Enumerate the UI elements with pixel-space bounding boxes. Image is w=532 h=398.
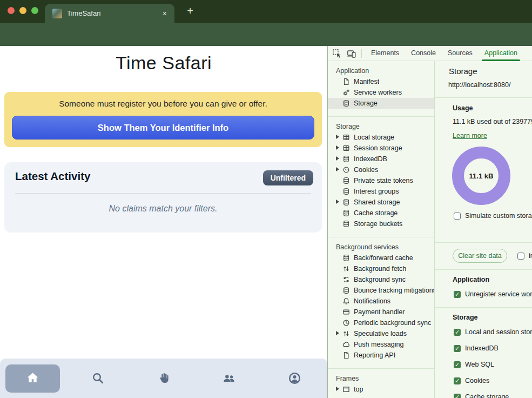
bottom-navigation — [0, 359, 327, 398]
indexeddb-label: IndexedDB — [465, 344, 499, 352]
database-icon — [342, 188, 350, 195]
unregister-service-workers-label: Unregister service workers — [465, 290, 532, 298]
sidebar-item-background-sync[interactable]: Background sync — [328, 274, 434, 285]
zoom-window-button[interactable] — [31, 7, 38, 14]
panel-divider — [435, 307, 532, 308]
document-icon — [342, 351, 350, 359]
unregister-service-workers-checkbox[interactable]: ✓ — [454, 291, 461, 298]
expand-arrow-icon[interactable] — [336, 387, 339, 391]
card-icon — [342, 308, 350, 316]
local-and-session-storage-checkbox[interactable]: ✓ — [454, 329, 461, 336]
sidebar-item-background-fetch[interactable]: Background fetch — [328, 263, 434, 274]
sidebar-item-local-storage[interactable]: Local storage — [328, 132, 434, 143]
database-icon — [342, 198, 350, 206]
web-sql-checkbox[interactable]: ✓ — [454, 361, 461, 368]
sidebar-item-cache-storage[interactable]: Cache storage — [328, 208, 434, 218]
indexeddb-checkbox[interactable]: ✓ — [454, 345, 461, 352]
search-icon — [91, 371, 105, 386]
nav-item-search[interactable] — [65, 359, 131, 398]
cache-storage-row: ✓Cache storage — [454, 393, 509, 398]
nav-item-home[interactable] — [0, 359, 65, 398]
sidebar-section-background-services: Background servicesBack/forward cacheBac… — [328, 237, 434, 368]
sidebar-item-label: Bounce tracking mitigations — [354, 287, 434, 294]
application-sidebar: ApplicationManifestService workersStorag… — [328, 61, 435, 398]
sidebar-item-label: Storage buckets — [354, 220, 402, 228]
sidebar-item-notifications[interactable]: Notifications — [328, 296, 434, 307]
inspect-element-icon[interactable] — [332, 49, 342, 58]
devtools-tab-console[interactable]: Console — [405, 46, 442, 61]
database-icon — [342, 287, 350, 294]
sidebar-item-indexeddb[interactable]: IndexedDB — [328, 154, 434, 164]
sync-icon — [342, 276, 350, 283]
tab-close-icon[interactable]: × — [160, 9, 169, 18]
sidebar-item-payment-handler[interactable]: Payment handler — [328, 307, 434, 317]
sidebar-section-title: Background services — [328, 242, 434, 253]
sidebar-item-label: Push messaging — [354, 341, 403, 348]
browser-tab[interactable]: TimeSafari × — [45, 4, 174, 23]
minimize-window-button[interactable] — [19, 7, 26, 14]
sidebar-item-storage[interactable]: Storage — [328, 98, 434, 109]
close-window-button[interactable] — [8, 7, 15, 14]
unfiltered-button[interactable]: Unfiltered — [263, 170, 313, 185]
sidebar-item-label: Interest groups — [354, 188, 399, 195]
panel-origin: http://localhost:8080/ — [448, 81, 510, 89]
devtools-tab-sources[interactable]: Sources — [442, 46, 479, 61]
device-toolbar-icon[interactable] — [347, 49, 356, 58]
page-title: Time Safari — [0, 52, 327, 74]
sidebar-item-session-storage[interactable]: Session storage — [328, 143, 434, 154]
sidebar-item-label: Reporting API — [354, 351, 395, 359]
nav-item-profile[interactable] — [262, 359, 327, 398]
web-sql-label: Web SQL — [465, 361, 494, 368]
cloud-icon — [342, 341, 350, 348]
sidebar-item-label: Background sync — [354, 276, 406, 283]
simulate-quota-checkbox[interactable] — [454, 213, 461, 220]
sidebar-item-label: top — [354, 386, 363, 393]
clear-site-data-button[interactable]: Clear site data — [453, 249, 507, 263]
sidebar-item-periodic-background-sync[interactable]: Periodic background sync — [328, 317, 434, 328]
sidebar-item-reporting-api[interactable]: Reporting API — [328, 350, 434, 361]
expand-arrow-icon[interactable] — [336, 156, 339, 161]
expand-arrow-icon[interactable] — [336, 135, 339, 139]
sidebar-item-top[interactable]: top — [328, 384, 434, 395]
sidebar-item-service-workers[interactable]: Service workers — [328, 87, 434, 98]
sidebar-item-cookies[interactable]: Cookies — [328, 164, 434, 175]
nav-item-hand[interactable] — [131, 359, 196, 398]
devtools-tab-elements[interactable]: Elements — [365, 46, 405, 61]
devtools-tabbar: ElementsConsoleSourcesApplication › — [328, 46, 532, 61]
sidebar-item-label: Periodic background sync — [354, 319, 431, 327]
sidebar-item-label: Payment handler — [354, 308, 405, 316]
sidebar-item-label: Manifest — [354, 78, 379, 85]
web-sql-row: ✓Web SQL — [454, 361, 494, 368]
cache-storage-checkbox[interactable]: ✓ — [454, 394, 461, 398]
learn-more-link[interactable]: Learn more — [453, 132, 487, 140]
expand-arrow-icon[interactable] — [336, 167, 339, 171]
document-icon — [342, 78, 350, 85]
sidebar-item-interest-groups[interactable]: Interest groups — [328, 186, 434, 197]
expand-arrow-icon[interactable] — [336, 331, 339, 335]
cookies-label: Cookies — [465, 377, 489, 384]
panel-divider — [435, 97, 532, 98]
sidebar-item-label: Storage — [354, 100, 378, 107]
database-icon — [342, 220, 350, 228]
sidebar-item-storage-buckets[interactable]: Storage buckets — [328, 218, 434, 229]
third-party-cookies-checkbox[interactable] — [517, 253, 524, 260]
cookies-checkbox[interactable]: ✓ — [454, 377, 461, 384]
sidebar-item-label: Shared storage — [354, 198, 400, 206]
sidebar-item-speculative-loads[interactable]: Speculative loads — [328, 328, 434, 339]
nav-item-people[interactable] — [197, 359, 262, 398]
new-tab-button[interactable]: + — [184, 5, 197, 18]
devtools-tab-application[interactable]: Application — [479, 46, 523, 61]
browser-titlebar: TimeSafari × + — [0, 0, 532, 23]
sidebar-item-private-state-tokens[interactable]: Private state tokens — [328, 175, 434, 186]
sidebar-item-bounce-tracking-mitigations[interactable]: Bounce tracking mitigations — [328, 285, 434, 296]
sidebar-item-manifest[interactable]: Manifest — [328, 76, 434, 87]
show-identifier-button[interactable]: Show Them Your Identifier Info — [12, 116, 314, 140]
sidebar-item-back-forward-cache[interactable]: Back/forward cache — [328, 253, 434, 263]
sidebar-item-label: IndexedDB — [354, 155, 387, 163]
sidebar-item-shared-storage[interactable]: Shared storage — [328, 197, 434, 208]
expand-arrow-icon[interactable] — [336, 200, 339, 204]
third-party-cookies-row: including third-party cookies — [517, 252, 532, 260]
panel-divider — [435, 269, 532, 270]
sidebar-item-push-messaging[interactable]: Push messaging — [328, 339, 434, 350]
expand-arrow-icon[interactable] — [336, 145, 339, 150]
